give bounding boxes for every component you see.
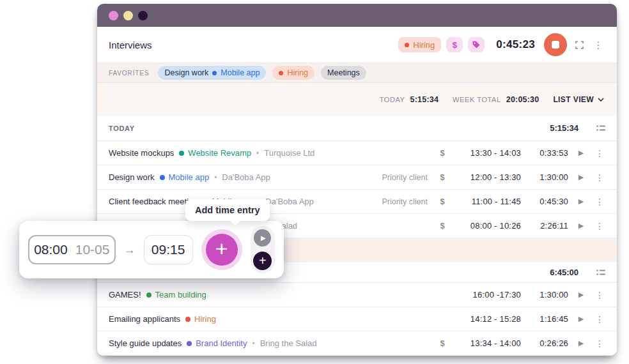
- totals-bar: TODAY 5:15:34 WEEK TOTAL 20:05:30 LIST V…: [97, 83, 617, 116]
- play-icon[interactable]: ▶: [568, 291, 594, 299]
- week-total-value: 20:05:30: [506, 95, 540, 104]
- timer-mode-button[interactable]: ▶: [254, 229, 271, 246]
- entry-menu-icon[interactable]: ⋮: [594, 314, 605, 324]
- project-dot-icon: [179, 151, 184, 156]
- entry-duration[interactable]: 1:16:45: [521, 314, 568, 324]
- entry-menu-icon[interactable]: ⋮: [594, 290, 605, 300]
- entry-time-range[interactable]: 13:34 - 14:00: [454, 338, 521, 348]
- group-list-icon[interactable]: [596, 125, 605, 132]
- entry-time-range[interactable]: 14:12 - 15:28: [454, 314, 521, 324]
- play-icon: ▶: [261, 234, 266, 241]
- project-dot-icon: [187, 341, 192, 346]
- billable-icon: $: [437, 172, 448, 182]
- running-timer-value: 0:45:23: [496, 38, 535, 51]
- expand-button[interactable]: [572, 38, 586, 52]
- entry-info: Website mockups Website Revamp Turquoise…: [109, 148, 366, 158]
- entry-project[interactable]: Website Revamp: [179, 148, 251, 158]
- entry-time-range[interactable]: 11:00 - 11:45: [454, 197, 521, 206]
- time-entry-row[interactable]: Emailing applicants Hiring $ 14:12 - 15:…: [97, 307, 617, 331]
- entry-description[interactable]: Website mockups: [109, 148, 174, 158]
- entry-description[interactable]: Emailing applicants: [109, 314, 180, 324]
- day-label: TODAY: [109, 125, 550, 132]
- day-section-header: TODAY 5:15:34: [97, 116, 617, 141]
- time-entry-row[interactable]: Design work Mobile app Da'Boba App Prior…: [97, 165, 617, 190]
- project-chip-hiring[interactable]: Hiring: [398, 37, 441, 52]
- current-entry-title[interactable]: Interviews: [109, 40, 152, 50]
- window-titlebar: [97, 4, 617, 27]
- entry-description[interactable]: Style guide updates: [109, 338, 182, 348]
- view-selector[interactable]: LIST VIEW: [553, 95, 604, 104]
- entry-menu-icon[interactable]: ⋮: [594, 172, 605, 183]
- entry-duration[interactable]: 0:26:26: [521, 338, 568, 348]
- entry-duration[interactable]: 0:33:53: [521, 148, 568, 158]
- end-time-value: 09:15: [151, 242, 185, 257]
- entry-description[interactable]: Design work: [109, 172, 155, 182]
- play-icon[interactable]: ▶: [568, 339, 594, 347]
- stop-icon: [552, 41, 559, 49]
- billable-icon: $: [437, 221, 448, 231]
- add-entry-button[interactable]: +: [206, 234, 238, 266]
- entry-project[interactable]: Team building: [146, 290, 206, 300]
- app-window: Interviews Hiring $ 0:45:23: [97, 4, 617, 356]
- header-menu-button[interactable]: ⋮: [591, 38, 605, 52]
- group-list-icon[interactable]: [596, 269, 605, 276]
- traffic-light-minimize[interactable]: [123, 11, 133, 20]
- time-entry-row[interactable]: Website mockups Website Revamp Turquoise…: [97, 141, 617, 165]
- entry-time-range[interactable]: 16:00 -17:30: [454, 290, 521, 300]
- today-total-value: 5:15:34: [410, 95, 439, 104]
- entry-menu-icon[interactable]: ⋮: [594, 338, 605, 349]
- arrow-right-icon: →: [124, 243, 136, 257]
- entry-time-range[interactable]: 08:00 - 10:26: [454, 221, 521, 231]
- entry-menu-icon[interactable]: ⋮: [594, 197, 605, 207]
- billable-toggle[interactable]: $: [446, 37, 463, 52]
- manual-mode-button[interactable]: +: [253, 252, 272, 270]
- entry-menu-icon[interactable]: ⋮: [594, 148, 605, 158]
- stop-timer-button[interactable]: [544, 33, 567, 56]
- time-entry-row[interactable]: Style guide updates Brand Identity Bring…: [97, 331, 617, 356]
- tags-button[interactable]: [468, 37, 485, 52]
- play-icon[interactable]: ▶: [568, 222, 594, 230]
- favorite-chip-design-work[interactable]: Design work Mobile app: [158, 66, 266, 80]
- entry-duration[interactable]: 1:30:00: [521, 290, 568, 300]
- entry-description[interactable]: GAMES!: [109, 290, 141, 300]
- entry-time-range[interactable]: 13:30 - 14:03: [454, 148, 521, 158]
- desktop-background: Interviews Hiring $ 0:45:23: [0, 0, 629, 364]
- entry-info: Design work Mobile app Da'Boba App: [109, 172, 366, 182]
- entry-client: Da'Boba App: [214, 172, 270, 182]
- billable-icon: $: [437, 197, 448, 206]
- play-icon[interactable]: ▶: [568, 173, 594, 181]
- favorite-chip-meetings[interactable]: Meetings: [321, 66, 366, 80]
- entry-project[interactable]: Mobile app: [160, 172, 210, 182]
- project-dot-icon: [405, 43, 409, 47]
- project-chip-label: Hiring: [413, 40, 435, 50]
- entry-menu-icon[interactable]: ⋮: [594, 221, 605, 231]
- time-entry-row[interactable]: Client feedback meeting Mobile app Da'Bo…: [97, 190, 617, 214]
- entry-duration[interactable]: 1:30:00: [521, 172, 568, 182]
- add-time-entry-tooltip: Add time entry: [185, 199, 270, 221]
- week-total-label: WEEK TOTAL: [453, 96, 501, 103]
- favorite-project: Hiring: [287, 68, 308, 77]
- favorite-chip-hiring[interactable]: Hiring: [272, 66, 314, 80]
- time-entry-row[interactable]: GAMES! Team building $ 16:00 -17:30 1:30…: [97, 283, 617, 307]
- day-total: 5:15:34: [550, 123, 579, 133]
- play-icon[interactable]: ▶: [568, 315, 594, 323]
- entry-duration[interactable]: 2:26:11: [521, 221, 568, 231]
- project-name: Mobile app: [169, 172, 210, 182]
- traffic-light-zoom[interactable]: [138, 11, 148, 20]
- entry-project[interactable]: Brand Identity: [187, 338, 247, 348]
- project-name: Website Revamp: [188, 148, 251, 158]
- expand-icon: [575, 41, 584, 49]
- play-icon[interactable]: ▶: [568, 149, 594, 157]
- start-time-input[interactable]: 08:00 10-05: [28, 235, 116, 264]
- end-time-input[interactable]: 09:15: [144, 235, 193, 264]
- entry-project[interactable]: Hiring: [185, 314, 216, 324]
- entry-duration[interactable]: 0:45:30: [521, 197, 568, 206]
- entry-info: GAMES! Team building: [109, 290, 366, 300]
- traffic-light-close[interactable]: [109, 11, 118, 20]
- tooltip-text: Add time entry: [195, 205, 260, 215]
- day-total: 6:45:00: [550, 268, 579, 277]
- entry-time-range[interactable]: 12:00 - 13:30: [454, 172, 521, 182]
- timer-header: Interviews Hiring $ 0:45:23: [97, 27, 617, 63]
- play-icon[interactable]: ▶: [568, 197, 594, 206]
- entry-description[interactable]: Client feedback meeting: [109, 197, 198, 206]
